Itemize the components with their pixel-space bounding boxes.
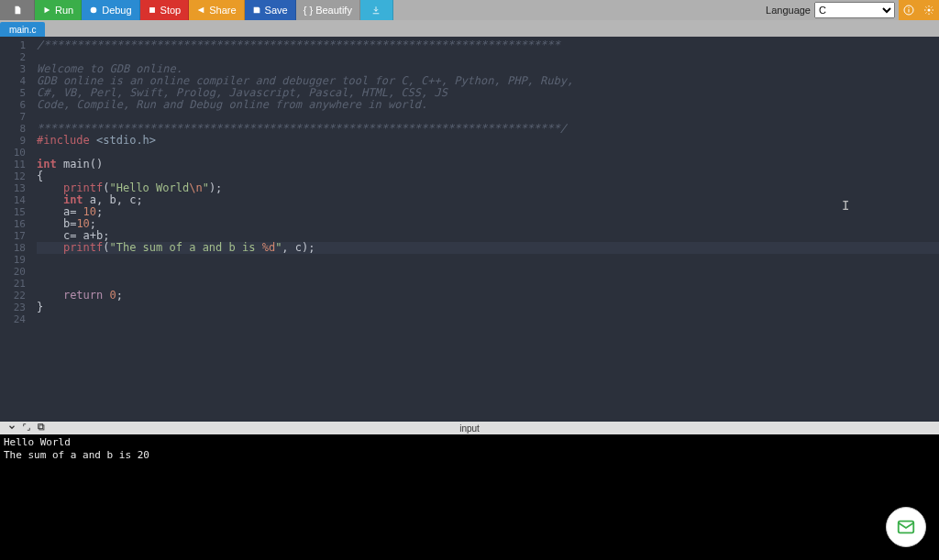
new-file-button[interactable] <box>0 0 35 20</box>
svg-point-5 <box>928 9 931 12</box>
share-button[interactable]: Share <box>189 0 244 20</box>
play-icon <box>42 5 51 15</box>
run-button[interactable]: Run <box>35 0 82 20</box>
svg-rect-7 <box>39 424 43 429</box>
svg-point-0 <box>91 7 97 14</box>
debug-button[interactable]: Debug <box>82 0 139 20</box>
chevron-down-icon[interactable] <box>7 423 17 434</box>
save-button[interactable]: Save <box>245 0 296 20</box>
share-label: Share <box>209 5 236 16</box>
toolbar: Run Debug Stop Share Save { } Beautify L… <box>0 0 939 20</box>
share-icon <box>196 5 205 15</box>
console-output[interactable]: Hello World The sum of a and b is 20 <box>0 434 939 560</box>
copy-icon[interactable] <box>37 423 46 434</box>
svg-rect-1 <box>149 7 155 13</box>
expand-icon[interactable] <box>22 423 31 434</box>
save-label: Save <box>265 5 288 16</box>
svg-rect-4 <box>909 7 910 8</box>
console-bar: input <box>0 422 939 434</box>
run-label: Run <box>55 5 73 16</box>
text-cursor-icon: I <box>842 198 849 213</box>
svg-rect-3 <box>909 9 910 13</box>
language-select[interactable]: C <box>814 2 895 18</box>
stop-icon <box>148 5 157 15</box>
file-icon <box>13 5 22 15</box>
chat-button[interactable] <box>886 507 926 547</box>
download-button[interactable] <box>360 0 393 20</box>
code-editor[interactable]: 123456789101112131415161718192021222324 … <box>0 37 939 422</box>
settings-button[interactable] <box>919 0 939 20</box>
console-tab-label[interactable]: input <box>0 423 939 434</box>
stop-button[interactable]: Stop <box>140 0 190 20</box>
stop-label: Stop <box>160 5 182 16</box>
language-area: Language C <box>762 0 899 20</box>
beautify-label: { } Beautify <box>304 5 352 16</box>
bug-icon <box>89 5 98 15</box>
toolbar-spacer <box>393 0 762 20</box>
info-icon <box>903 5 914 16</box>
debug-label: Debug <box>102 5 131 16</box>
line-gutter: 123456789101112131415161718192021222324 <box>0 37 31 422</box>
language-label: Language <box>766 5 811 16</box>
mail-icon <box>896 517 916 537</box>
download-icon <box>371 5 381 15</box>
svg-rect-6 <box>39 425 44 430</box>
tab-strip: main.c <box>0 20 939 37</box>
code-area[interactable]: /***************************************… <box>31 37 939 422</box>
file-tab-label: main.c <box>9 25 36 35</box>
file-tab[interactable]: main.c <box>0 22 45 37</box>
save-icon <box>252 5 261 15</box>
info-button[interactable] <box>899 0 919 20</box>
beautify-button[interactable]: { } Beautify <box>296 0 360 20</box>
gear-icon <box>923 5 934 16</box>
console-tools <box>0 423 46 434</box>
